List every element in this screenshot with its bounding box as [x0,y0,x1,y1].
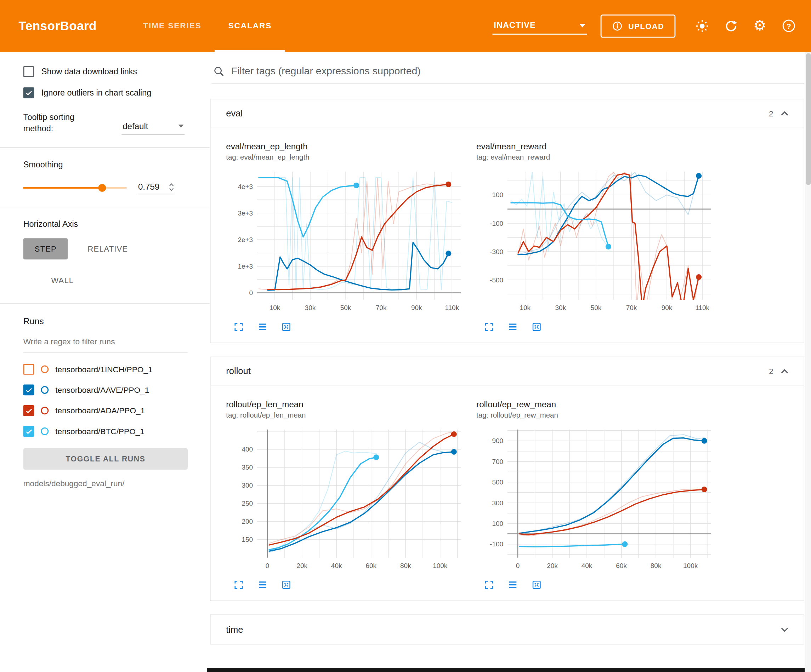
run-checkbox[interactable] [24,364,34,375]
gear-glyph: ⚙ [753,19,766,33]
series-lines [519,435,704,547]
runs-heading: Runs [24,316,188,326]
axis-ticks: -100100300500700900020k40k60k80k100k [490,437,698,569]
run-row[interactable]: tensorboard/BTC/PPO_1 [24,421,188,442]
expand-chart-icon[interactable] [233,579,244,590]
smoothing-block: Smoothing [0,160,209,194]
show-download-links-checkbox[interactable] [24,66,34,77]
status-dropdown[interactable]: INACTIVE [492,17,587,35]
section-body: rollout/ep_len_meantag: rollout/ep_len_m… [210,386,804,601]
chevron-up-icon[interactable] [778,364,792,378]
chart-title: eval/mean_reward [476,142,719,151]
section-header-right: 2 [769,364,791,378]
refresh-icon[interactable] [720,15,741,36]
section-header-rollout[interactable]: rollout2 [210,357,804,386]
tooltip-sorting-value: default [122,121,148,131]
expand-chart-icon[interactable] [484,579,495,590]
chart-tag: tag: rollout/ep_len_mean [226,411,469,419]
section-count: 2 [769,109,773,118]
slider-fill [24,187,102,189]
section-card-time: time [210,614,804,645]
chart-canvas[interactable]: 150200250300350400020k40k60k80k100k [226,425,464,572]
runs-base-path: models/debugged_eval_run/ [24,479,188,488]
chevron-up-icon[interactable] [778,107,792,120]
axis-option-wall[interactable]: WALL [40,270,85,291]
svg-text:90k: 90k [411,304,422,311]
raw-series-tensorboard/BTC/PPO_1 [511,172,608,252]
data-table-icon[interactable] [257,321,268,332]
expand-chart-icon[interactable] [233,321,244,332]
smoothing-value-box [138,182,175,194]
raw-series-tensorboard/ADA/PPO_1 [269,432,454,543]
series-tensorboard/ADA/PPO_1 [268,185,448,289]
grid-lines [507,430,711,558]
chart-canvas[interactable]: 100-100-300-50010k30k50k70k90k110k [476,168,714,314]
chart-card-rollout-ep-rew-mean: rollout/ep_rew_meantag: rollout/ep_rew_m… [476,399,719,590]
svg-text:60k: 60k [365,562,377,569]
chevron-down-icon[interactable] [778,623,792,636]
chart-title: eval/mean_ep_length [226,142,469,151]
svg-text:80k: 80k [400,562,411,569]
toggle-all-runs-button[interactable]: TOGGLE ALL RUNS [24,448,188,470]
run-row[interactable]: tensorboard/ADA/PPO_1 [24,401,188,421]
data-table-icon[interactable] [507,321,519,332]
header-icon-row: ⚙ ? [691,15,800,36]
run-color-ring [41,386,49,394]
fit-domain-icon[interactable] [531,579,542,590]
expand-chart-icon[interactable] [484,321,495,332]
raw-series-tensorboard/AAVE/PPO_1 [519,435,704,533]
ignore-outliers-checkbox[interactable] [24,87,34,98]
data-table-icon[interactable] [257,579,268,590]
show-download-links-label: Show data download links [41,67,137,76]
tooltip-sorting-select[interactable]: default [122,119,185,135]
brightness-icon[interactable] [691,15,713,36]
run-checkbox[interactable] [24,405,34,416]
stepper-arrows[interactable] [168,182,175,192]
fit-domain-icon[interactable] [281,579,292,590]
run-checkbox[interactable] [24,385,34,396]
run-checkbox[interactable] [24,426,34,437]
data-table-icon[interactable] [507,579,519,590]
endpoint-dot-tensorboard/AAVE/PPO_1 [696,173,702,179]
chart-canvas[interactable]: 01e+32e+33e+34e+310k30k50k70k90k110k [226,168,464,314]
smoothing-slider[interactable] [24,184,127,192]
run-color-ring [41,366,49,373]
section-header-eval[interactable]: eval2 [210,99,804,128]
smoothing-value-input[interactable] [138,182,164,192]
tab-time-series[interactable]: TIME SERIES [130,0,215,52]
series-lines [511,172,699,308]
vertical-scrollbar[interactable] [805,52,811,672]
runs-filter-input[interactable] [24,334,188,353]
svg-text:100k: 100k [683,562,698,569]
section-title: time [226,624,243,635]
show-download-links-row[interactable]: Show data download links [0,66,209,77]
settings-gear-icon[interactable]: ⚙ [749,15,770,36]
run-row[interactable]: tensorboard/AAVE/PPO_1 [24,380,188,400]
run-color-ring [41,427,49,435]
series-tensorboard/ADA/PPO_1 [518,174,699,308]
scrollbar-thumb[interactable] [806,53,811,185]
svg-text:80k: 80k [651,562,662,569]
horizontal-axis-label: Horizontal Axis [24,219,188,229]
chart-tag: tag: eval/mean_reward [476,153,719,161]
app-title: TensorBoard [19,19,97,33]
upload-button[interactable]: UPLOAD [600,14,675,37]
run-label: tensorboard/1INCH/PPO_1 [55,365,152,374]
help-icon[interactable]: ? [778,15,800,36]
slider-thumb[interactable] [98,184,106,192]
fit-domain-icon[interactable] [531,321,542,332]
fit-domain-icon[interactable] [281,321,292,332]
section-header-time[interactable]: time [210,615,804,644]
run-row[interactable]: tensorboard/1INCH/PPO_1 [24,359,188,380]
card-list: eval2eval/mean_ep_lengthtag: eval/mean_e… [209,84,804,644]
info-icon [612,20,623,32]
axis-option-relative[interactable]: RELATIVE [76,238,139,259]
run-label: tensorboard/BTC/PPO_1 [55,427,144,436]
tag-filter-input[interactable] [231,65,803,77]
axis-option-step[interactable]: STEP [24,238,68,259]
series-tensorboard/BTC/PPO_1 [519,544,625,547]
tab-scalars[interactable]: SCALARS [215,0,285,52]
chart-canvas[interactable]: -100100300500700900020k40k60k80k100k [476,425,714,572]
svg-text:-300: -300 [490,248,503,256]
ignore-outliers-row[interactable]: Ignore outliers in chart scaling [0,87,209,98]
